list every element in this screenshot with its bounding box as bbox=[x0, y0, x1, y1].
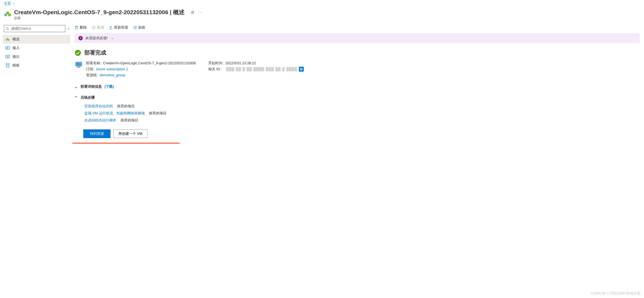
section-toggle-details[interactable]: ⌄ 部署详细信息 (下载) bbox=[75, 84, 640, 89]
page-subtitle: 部署 bbox=[14, 16, 185, 21]
success-icon bbox=[75, 50, 81, 56]
svg-line-14 bbox=[93, 27, 95, 29]
recommended-label: 推荐的项目 bbox=[117, 104, 135, 108]
detail-value: CreateVm-OpenLogic.CentOS-7_9-gen2-20220… bbox=[103, 61, 196, 65]
page-header: CreateVm-OpenLogic.CentOS-7_9-gen2-20220… bbox=[0, 7, 644, 24]
svg-rect-19 bbox=[77, 67, 81, 68]
chevron-down-icon: ⌄ bbox=[75, 85, 78, 89]
action-buttons: 转到资源 再创建一个 VM bbox=[83, 129, 640, 138]
deployment-details-section: ⌄ 部署详细信息 (下载) bbox=[75, 84, 640, 89]
rocket-icon bbox=[78, 36, 83, 40]
vm-icon bbox=[75, 61, 83, 69]
next-step-item: 监视 VM 运行状况、性能和网络依赖项 推荐的项目 bbox=[84, 111, 640, 116]
delete-button[interactable]: 删除 bbox=[75, 25, 87, 30]
svg-rect-17 bbox=[76, 62, 81, 66]
svg-rect-20 bbox=[300, 68, 302, 70]
step-link-run-script[interactable]: 在虚拟机内运行脚本 bbox=[84, 118, 116, 122]
goto-resource-button[interactable]: 转到资源 bbox=[83, 129, 111, 138]
upload-icon bbox=[109, 26, 113, 29]
detail-label: 开始时间: bbox=[208, 61, 223, 65]
pin-icon[interactable] bbox=[191, 10, 195, 15]
svg-point-3 bbox=[6, 27, 8, 29]
detail-label: 相关 ID: bbox=[208, 66, 221, 72]
detail-label: 部署名称: bbox=[86, 61, 101, 65]
feedback-banner[interactable]: 欢迎提供反馈! → bbox=[75, 33, 640, 43]
download-link[interactable]: (下载) bbox=[105, 84, 114, 89]
section-title: 部署详细信息 bbox=[81, 84, 102, 89]
next-step-item: 安装程序自动关闭 推荐的项目 bbox=[84, 104, 640, 109]
step-link-monitor[interactable]: 监视 VM 运行状况、性能和网络依赖项 bbox=[84, 111, 145, 115]
section-title: 后续步骤 bbox=[81, 95, 95, 100]
sidebar-item-label: 概述 bbox=[13, 37, 20, 42]
chevron-up-icon: ⌃ bbox=[75, 96, 78, 100]
recommended-label: 推荐的项目 bbox=[121, 118, 138, 122]
page-title: CreateVm-OpenLogic.CentOS-7_9-gen2-20220… bbox=[14, 9, 185, 16]
detail-label: 资源组: bbox=[86, 73, 98, 77]
chevron-right-icon: › bbox=[12, 1, 15, 5]
refresh-button[interactable]: 刷新 bbox=[133, 25, 145, 30]
sidebar-item-template[interactable]: 模板 bbox=[3, 61, 70, 70]
status-row: 部署完成 bbox=[75, 49, 640, 56]
toolbar-label: 重新部署 bbox=[114, 25, 128, 30]
svg-rect-7 bbox=[8, 39, 9, 41]
template-icon bbox=[5, 63, 10, 68]
search-input[interactable]: 搜索(Cmd+/) bbox=[4, 25, 65, 32]
detail-label: 订阅: bbox=[86, 67, 94, 71]
recommended-label: 推荐的项目 bbox=[149, 111, 167, 115]
deployment-icon bbox=[5, 37, 10, 41]
resource-group-link[interactable]: demotest_group bbox=[100, 73, 125, 77]
deployment-icon bbox=[4, 10, 11, 17]
next-steps-section: ⌃ 后续步骤 安装程序自动关闭 推荐的项目 监视 VM 运行状况、性能和网络依赖… bbox=[75, 95, 640, 138]
collapse-sidebar-icon[interactable]: « bbox=[68, 27, 69, 30]
annotation-highlight bbox=[70, 143, 182, 144]
step-link-auto-shutdown[interactable]: 安装程序自动关闭 bbox=[84, 104, 113, 108]
toolbar-label: 删除 bbox=[80, 25, 87, 30]
sidebar: 搜索(Cmd+/) « 概述 输入 输出 模板 bbox=[0, 24, 70, 144]
svg-rect-18 bbox=[78, 66, 80, 67]
toolbar-label: 刷新 bbox=[138, 25, 145, 30]
sidebar-item-label: 输入 bbox=[13, 45, 20, 50]
cancel-icon bbox=[92, 26, 96, 29]
main-content: 删除 取消 重新部署 刷新 欢迎提供反馈! → 部署完成 bbox=[70, 24, 644, 144]
breadcrumb-home[interactable]: 主页 bbox=[4, 1, 11, 5]
sidebar-item-overview[interactable]: 概述 bbox=[3, 35, 70, 44]
correlation-id-redacted: ███ ██ █ ██ ████ ███ ██ █ ████ bbox=[226, 66, 298, 72]
create-another-vm-button[interactable]: 再创建一个 VM bbox=[113, 129, 148, 138]
sidebar-item-label: 模板 bbox=[13, 63, 20, 68]
more-icon[interactable]: ··· bbox=[198, 10, 203, 15]
arrow-right-icon: → bbox=[111, 36, 114, 40]
subscription-link[interactable]: Azure subscription 1 bbox=[96, 67, 128, 71]
refresh-icon bbox=[133, 26, 137, 29]
redeploy-button[interactable]: 重新部署 bbox=[109, 25, 128, 30]
svg-line-4 bbox=[8, 29, 9, 30]
sidebar-item-label: 输出 bbox=[13, 54, 20, 59]
sidebar-item-inputs[interactable]: 输入 bbox=[3, 44, 70, 52]
next-step-item: 在虚拟机内运行脚本 推荐的项目 bbox=[84, 118, 640, 123]
svg-point-15 bbox=[75, 50, 81, 56]
detail-value: 2022/5/31 13:26:12 bbox=[225, 61, 256, 65]
cancel-button: 取消 bbox=[92, 25, 104, 30]
section-toggle-next-steps[interactable]: ⌃ 后续步骤 bbox=[75, 95, 640, 100]
search-placeholder: 搜索(Cmd+/) bbox=[11, 26, 31, 31]
status-title: 部署完成 bbox=[84, 49, 106, 56]
svg-rect-21 bbox=[301, 69, 302, 70]
input-icon bbox=[5, 46, 10, 50]
output-icon bbox=[5, 54, 10, 59]
toolbar: 删除 取消 重新部署 刷新 bbox=[75, 24, 640, 33]
copy-icon[interactable] bbox=[299, 67, 304, 72]
svg-rect-2 bbox=[8, 14, 11, 16]
feedback-text: 欢迎提供反馈! bbox=[85, 36, 108, 41]
trash-icon bbox=[75, 26, 78, 29]
deployment-details: 部署名称: CreateVm-OpenLogic.CentOS-7_9-gen2… bbox=[75, 60, 640, 78]
sidebar-item-outputs[interactable]: 输出 bbox=[3, 52, 70, 61]
search-icon bbox=[6, 27, 9, 31]
breadcrumb: 主页 › bbox=[0, 0, 644, 7]
toolbar-label: 取消 bbox=[97, 25, 104, 30]
